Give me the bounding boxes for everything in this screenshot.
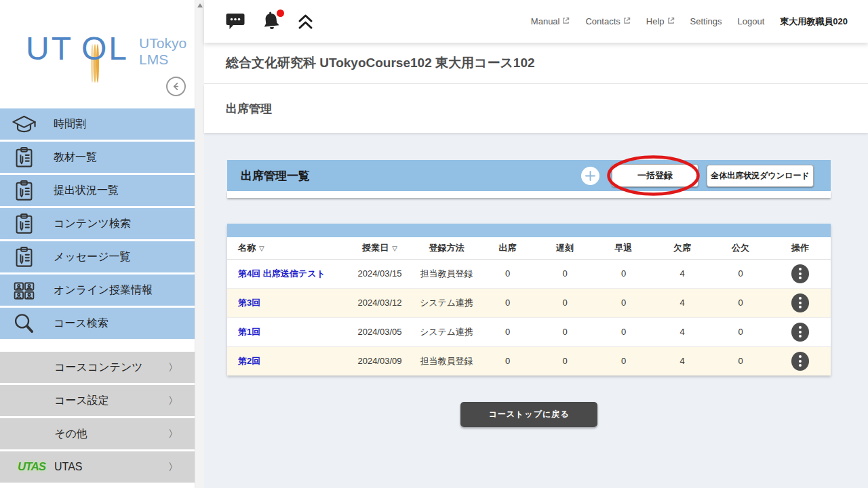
table-row: 第3回2024/03/12システム連携00040 — [227, 288, 831, 317]
sidebar-item[interactable]: 時間割 — [0, 108, 195, 140]
sidebar-item[interactable]: メッセージ一覧 — [0, 241, 195, 272]
kebab-menu-icon[interactable] — [791, 323, 809, 342]
attendance-panel: 出席管理一覧 一括登録全体出席状況ダウンロード — [227, 160, 831, 427]
late-cell: 0 — [536, 317, 594, 346]
kebab-menu-icon[interactable] — [791, 352, 809, 371]
column-header: 出席 — [479, 237, 536, 259]
session-name-cell: 第3回 — [227, 288, 346, 317]
external-link-icon — [667, 16, 675, 26]
topbar-nav: ManualContactsHelpSettingsLogout 東大用教職員0… — [531, 16, 848, 28]
session-link[interactable]: 第3回 — [238, 298, 260, 308]
panel-actions: 一括登録全体出席状況ダウンロード — [581, 164, 814, 187]
session-name-cell: 第4回 出席送信テスト — [227, 259, 346, 288]
table-row: 第4回 出席送信テスト2024/03/15担当教員登録00040 — [227, 259, 831, 288]
chevron-right-icon: 〉 — [168, 394, 178, 407]
sidebar-item[interactable]: コンテンツ検索 — [0, 208, 195, 239]
sidebar-collapsible-item[interactable]: UTASUTAS〉 — [0, 451, 195, 483]
sidebar-item-label: コンテンツ検索 — [54, 217, 131, 231]
early-cell: 0 — [594, 317, 653, 346]
main-area: ManualContactsHelpSettingsLogout 東大用教職員0… — [204, 0, 868, 488]
sidebar-item-label: その他 — [54, 427, 87, 441]
sidebar-item[interactable]: コース検索 — [0, 308, 195, 339]
absent-cell: 4 — [653, 288, 711, 317]
sort-triangle-icon: ▽ — [392, 245, 397, 252]
sidebar-collapsible-item[interactable]: コースコンテンツ〉 — [0, 352, 195, 383]
actions-cell — [770, 288, 831, 317]
kebab-menu-icon[interactable] — [791, 293, 809, 312]
back-to-course-top-button[interactable]: コーストップに戻る — [460, 402, 598, 427]
excused-cell: 0 — [711, 259, 770, 288]
session-link[interactable]: 第2回 — [238, 356, 260, 366]
search-icon — [12, 312, 36, 336]
arrow-left-circle-icon — [171, 81, 181, 92]
early-cell: 0 — [594, 288, 653, 317]
sidebar-collapse-button[interactable] — [166, 77, 186, 96]
late-cell: 0 — [536, 259, 594, 288]
panel-title: 出席管理一覧 — [241, 168, 310, 184]
clipboard-icon — [12, 146, 36, 169]
app-window: UTOL UTOL UTokyo LMS 時間割教材一覧提出状況一覧コンテンツ検… — [0, 0, 868, 488]
utol-logo-subtitle: UTokyo LMS — [139, 35, 186, 68]
chevron-right-icon: 〉 — [168, 428, 178, 441]
page-section-bar: 出席管理 — [204, 84, 868, 133]
sidebar-item[interactable]: オンライン授業情報 — [0, 274, 195, 306]
column-header: 遅刻 — [536, 237, 594, 259]
sidebar-item-label: UTAS — [54, 461, 82, 473]
session-name-cell: 第1回 — [227, 317, 346, 346]
absent-cell: 4 — [653, 259, 711, 288]
table-row: 第1回2024/03/05システム連携00040 — [227, 317, 831, 346]
chat-icon[interactable] — [226, 13, 245, 30]
late-cell: 0 — [536, 288, 594, 317]
session-link[interactable]: 第4回 出席送信テスト — [238, 268, 326, 279]
course-title: 総合文化研究科 UTokyoCourse102 東大用コース102 — [226, 54, 535, 72]
chevron-right-icon: 〉 — [168, 461, 178, 474]
sidebar-item-label: オンライン授業情報 — [54, 283, 153, 298]
bell-icon[interactable] — [261, 12, 281, 32]
excused-cell: 0 — [711, 288, 770, 317]
clipboard-icon — [12, 212, 36, 236]
chevron-right-icon: 〉 — [168, 361, 178, 374]
sidebar-item-label: コースコンテンツ — [54, 361, 143, 375]
nav-link-manual[interactable]: Manual — [531, 16, 570, 26]
scroll-up-arrow-icon[interactable] — [195, 0, 204, 11]
username: 東大用教職員020 — [780, 16, 848, 28]
sidebar-item[interactable]: 教材一覧 — [0, 142, 195, 173]
bulk-register-button[interactable]: 一括登録 — [612, 164, 698, 187]
external-link-icon — [562, 16, 570, 26]
footer-row: コーストップに戻る — [227, 402, 831, 427]
external-link-icon — [623, 16, 631, 26]
utol-logo-text: UTOL UTOL — [26, 33, 129, 65]
nav-link-contacts[interactable]: Contacts — [585, 16, 630, 26]
collapse-icon[interactable] — [298, 14, 313, 30]
attendance-table: 名称▽授業日▽登録方法出席遅刻早退欠席公欠操作 第4回 出席送信テスト2024/… — [227, 237, 831, 375]
kebab-menu-icon[interactable] — [791, 264, 809, 283]
column-header[interactable]: 授業日▽ — [346, 237, 414, 259]
logo-area: UTOL UTOL UTokyo LMS — [0, 0, 195, 108]
sidebar-collapsible-menu: コースコンテンツ〉コース設定〉その他〉UTASUTAS〉 — [0, 352, 195, 483]
sidebar-scrollbar[interactable] — [195, 0, 204, 488]
session-link[interactable]: 第1回 — [238, 327, 260, 337]
plus-circle-icon[interactable] — [581, 167, 599, 185]
sidebar-item-label: 時間割 — [54, 117, 86, 131]
sidebar-collapsible-item[interactable]: コース設定〉 — [0, 385, 195, 416]
clipboard-icon — [12, 179, 36, 203]
column-header: 操作 — [770, 237, 831, 259]
actions-cell — [770, 259, 831, 288]
nav-link-help[interactable]: Help — [646, 16, 675, 26]
topbar-icons — [226, 12, 313, 32]
column-header: 公欠 — [711, 237, 770, 259]
nav-link-settings[interactable]: Settings — [690, 16, 722, 26]
download-attendance-button[interactable]: 全体出席状況ダウンロード — [707, 165, 814, 187]
actions-cell — [770, 346, 831, 375]
sidebar-item-label: 教材一覧 — [54, 150, 97, 165]
sidebar-collapsible-item[interactable]: その他〉 — [0, 418, 195, 449]
session-name-cell: 第2回 — [227, 346, 346, 375]
date-cell: 2024/03/15 — [346, 259, 414, 288]
clipboard-icon — [12, 245, 36, 269]
column-header[interactable]: 名称▽ — [227, 237, 346, 259]
method-cell: 担当教員登録 — [414, 259, 479, 288]
sidebar-item[interactable]: 提出状況一覧 — [0, 175, 195, 206]
nav-link-logout[interactable]: Logout — [738, 16, 765, 26]
absent-cell: 4 — [653, 346, 711, 375]
topbar: ManualContactsHelpSettingsLogout 東大用教職員0… — [204, 0, 868, 43]
